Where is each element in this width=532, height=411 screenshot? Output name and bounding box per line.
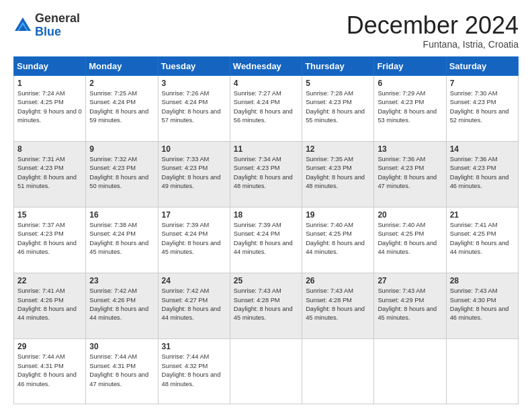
day-info: Sunrise: 7:24 AMSunset: 4:25 PMDaylight:…	[17, 90, 82, 124]
logo-blue: Blue	[35, 25, 61, 38]
day-number: 4	[234, 79, 298, 88]
logo-text: General Blue	[35, 12, 80, 39]
day-info: Sunrise: 7:35 AMSunset: 4:23 PMDaylight:…	[306, 156, 365, 189]
day-info: Sunrise: 7:41 AMSunset: 4:25 PMDaylight:…	[450, 222, 509, 255]
table-row: 12 Sunrise: 7:35 AMSunset: 4:23 PMDaylig…	[302, 141, 374, 207]
day-number: 27	[378, 276, 442, 285]
day-info: Sunrise: 7:37 AMSunset: 4:23 PMDaylight:…	[17, 222, 77, 255]
title-area: December 2024 Funtana, Istria, Croatia	[347, 12, 519, 50]
day-number: 11	[234, 144, 298, 154]
day-info: Sunrise: 7:31 AMSunset: 4:23 PMDaylight:…	[17, 156, 77, 189]
day-number: 21	[450, 210, 515, 220]
day-info: Sunrise: 7:38 AMSunset: 4:24 PMDaylight:…	[89, 222, 148, 255]
day-number: 9	[89, 144, 154, 154]
day-number: 5	[306, 79, 370, 88]
day-info: Sunrise: 7:29 AMSunset: 4:23 PMDaylight:…	[378, 90, 437, 124]
day-info: Sunrise: 7:25 AMSunset: 4:24 PMDaylight:…	[89, 90, 148, 124]
table-row: 31 Sunrise: 7:44 AMSunset: 4:32 PMDaylig…	[158, 339, 230, 404]
calendar-row: 22 Sunrise: 7:41 AMSunset: 4:26 PMDaylig…	[14, 273, 519, 339]
day-info: Sunrise: 7:39 AMSunset: 4:24 PMDaylight:…	[234, 222, 293, 255]
day-info: Sunrise: 7:44 AMSunset: 4:31 PMDaylight:…	[17, 353, 77, 387]
day-number: 17	[162, 210, 226, 220]
day-info: Sunrise: 7:30 AMSunset: 4:23 PMDaylight:…	[450, 90, 509, 124]
table-row: 2 Sunrise: 7:25 AMSunset: 4:24 PMDayligh…	[86, 75, 158, 141]
day-number: 8	[17, 144, 82, 154]
day-number: 22	[17, 276, 82, 285]
table-row	[230, 339, 302, 404]
header-friday: Friday	[374, 56, 446, 75]
table-row: 18 Sunrise: 7:39 AMSunset: 4:24 PMDaylig…	[230, 207, 302, 273]
day-number: 24	[162, 276, 226, 285]
day-number: 29	[17, 342, 82, 351]
day-number: 15	[17, 210, 82, 220]
header-monday: Monday	[86, 56, 158, 75]
table-row	[302, 339, 374, 404]
day-info: Sunrise: 7:40 AMSunset: 4:25 PMDaylight:…	[378, 222, 437, 255]
calendar-row: 8 Sunrise: 7:31 AMSunset: 4:23 PMDayligh…	[14, 141, 519, 207]
table-row: 4 Sunrise: 7:27 AMSunset: 4:24 PMDayligh…	[230, 75, 302, 141]
table-row	[446, 339, 518, 404]
day-number: 1	[17, 79, 82, 88]
table-row: 17 Sunrise: 7:39 AMSunset: 4:24 PMDaylig…	[158, 207, 230, 273]
day-info: Sunrise: 7:27 AMSunset: 4:24 PMDaylight:…	[234, 90, 293, 124]
table-row: 7 Sunrise: 7:30 AMSunset: 4:23 PMDayligh…	[446, 75, 518, 141]
table-row: 10 Sunrise: 7:33 AMSunset: 4:23 PMDaylig…	[158, 141, 230, 207]
page: General Blue December 2024 Funtana, Istr…	[0, 0, 532, 411]
day-info: Sunrise: 7:34 AMSunset: 4:23 PMDaylight:…	[234, 156, 293, 189]
calendar-row: 29 Sunrise: 7:44 AMSunset: 4:31 PMDaylig…	[14, 339, 519, 404]
day-number: 16	[89, 210, 154, 220]
day-info: Sunrise: 7:43 AMSunset: 4:28 PMDaylight:…	[234, 287, 293, 321]
day-number: 25	[234, 276, 298, 285]
day-number: 2	[89, 79, 154, 88]
day-info: Sunrise: 7:36 AMSunset: 4:23 PMDaylight:…	[450, 156, 509, 189]
table-row: 16 Sunrise: 7:38 AMSunset: 4:24 PMDaylig…	[86, 207, 158, 273]
table-row: 3 Sunrise: 7:26 AMSunset: 4:24 PMDayligh…	[158, 75, 230, 141]
calendar-header-row: Sunday Monday Tuesday Wednesday Thursday…	[14, 56, 519, 75]
table-row: 27 Sunrise: 7:43 AMSunset: 4:29 PMDaylig…	[374, 273, 446, 339]
day-number: 18	[234, 210, 298, 220]
header-tuesday: Tuesday	[158, 56, 230, 75]
table-row: 21 Sunrise: 7:41 AMSunset: 4:25 PMDaylig…	[446, 207, 518, 273]
day-number: 6	[378, 79, 442, 88]
calendar-row: 1 Sunrise: 7:24 AMSunset: 4:25 PMDayligh…	[14, 75, 519, 141]
day-info: Sunrise: 7:42 AMSunset: 4:27 PMDaylight:…	[162, 287, 221, 321]
logo: General Blue	[13, 12, 80, 39]
table-row: 9 Sunrise: 7:32 AMSunset: 4:23 PMDayligh…	[86, 141, 158, 207]
day-info: Sunrise: 7:44 AMSunset: 4:32 PMDaylight:…	[162, 353, 221, 387]
logo-general: General	[35, 11, 80, 25]
table-row: 13 Sunrise: 7:36 AMSunset: 4:23 PMDaylig…	[374, 141, 446, 207]
subtitle: Funtana, Istria, Croatia	[347, 39, 519, 50]
day-number: 14	[450, 144, 515, 154]
day-number: 3	[162, 79, 226, 88]
month-title: December 2024	[347, 12, 519, 39]
day-number: 19	[306, 210, 370, 220]
table-row: 24 Sunrise: 7:42 AMSunset: 4:27 PMDaylig…	[158, 273, 230, 339]
day-number: 10	[162, 144, 226, 154]
table-row: 11 Sunrise: 7:34 AMSunset: 4:23 PMDaylig…	[230, 141, 302, 207]
table-row: 23 Sunrise: 7:42 AMSunset: 4:26 PMDaylig…	[86, 273, 158, 339]
day-info: Sunrise: 7:26 AMSunset: 4:24 PMDaylight:…	[162, 90, 221, 124]
table-row: 28 Sunrise: 7:43 AMSunset: 4:30 PMDaylig…	[446, 273, 518, 339]
header-sunday: Sunday	[14, 56, 86, 75]
table-row: 6 Sunrise: 7:29 AMSunset: 4:23 PMDayligh…	[374, 75, 446, 141]
day-number: 7	[450, 79, 515, 88]
day-info: Sunrise: 7:43 AMSunset: 4:28 PMDaylight:…	[306, 287, 365, 321]
day-number: 31	[162, 342, 226, 351]
table-row: 15 Sunrise: 7:37 AMSunset: 4:23 PMDaylig…	[14, 207, 86, 273]
day-info: Sunrise: 7:43 AMSunset: 4:30 PMDaylight:…	[450, 287, 509, 321]
day-number: 20	[378, 210, 442, 220]
day-info: Sunrise: 7:28 AMSunset: 4:23 PMDaylight:…	[306, 90, 365, 124]
calendar-table: Sunday Monday Tuesday Wednesday Thursday…	[13, 56, 519, 404]
header-wednesday: Wednesday	[230, 56, 302, 75]
day-info: Sunrise: 7:43 AMSunset: 4:29 PMDaylight:…	[378, 287, 437, 321]
header-thursday: Thursday	[302, 56, 374, 75]
logo-icon	[13, 16, 32, 35]
table-row: 25 Sunrise: 7:43 AMSunset: 4:28 PMDaylig…	[230, 273, 302, 339]
table-row: 19 Sunrise: 7:40 AMSunset: 4:25 PMDaylig…	[302, 207, 374, 273]
day-info: Sunrise: 7:36 AMSunset: 4:23 PMDaylight:…	[378, 156, 437, 189]
table-row: 26 Sunrise: 7:43 AMSunset: 4:28 PMDaylig…	[302, 273, 374, 339]
calendar-row: 15 Sunrise: 7:37 AMSunset: 4:23 PMDaylig…	[14, 207, 519, 273]
table-row: 22 Sunrise: 7:41 AMSunset: 4:26 PMDaylig…	[14, 273, 86, 339]
table-row: 8 Sunrise: 7:31 AMSunset: 4:23 PMDayligh…	[14, 141, 86, 207]
day-number: 23	[89, 276, 154, 285]
